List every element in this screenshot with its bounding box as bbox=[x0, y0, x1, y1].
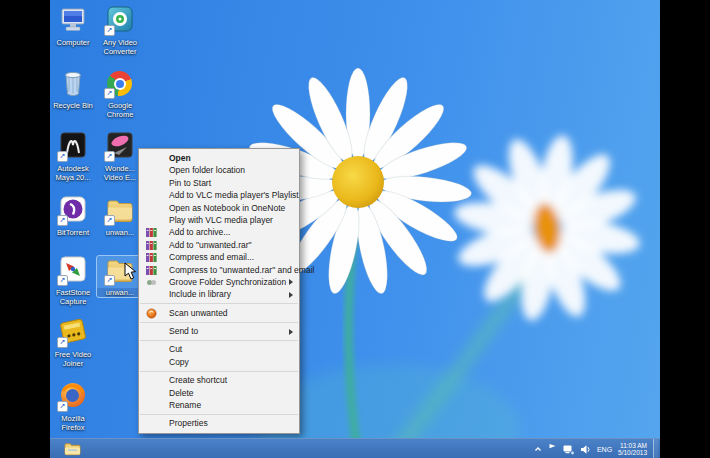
clock[interactable]: 11:03 AM 5/10/2013 bbox=[618, 442, 647, 457]
volume-icon[interactable] bbox=[580, 444, 591, 455]
menu-item-open-folder-location[interactable]: Open folder location bbox=[139, 164, 299, 176]
menu-item-scan-unwanted[interactable]: Scan unwanted bbox=[139, 307, 299, 319]
system-tray: ENG 11:03 AM 5/10/2013 bbox=[534, 439, 660, 458]
menu-separator bbox=[140, 303, 298, 304]
file-explorer-icon bbox=[64, 442, 81, 456]
desktop-icon-free-video-joiner[interactable]: Free Video Joiner bbox=[50, 318, 96, 368]
shortcut-arrow-icon bbox=[57, 401, 68, 412]
tray-expand-icon[interactable] bbox=[534, 445, 542, 453]
recycle-bin-icon bbox=[57, 69, 89, 99]
menu-item-delete[interactable]: Delete bbox=[139, 387, 299, 399]
menu-item-open-as-notebook-onenote[interactable]: Open as Notebook in OneNote bbox=[139, 202, 299, 214]
menu-item-add-to-archive[interactable]: Add to archive... bbox=[139, 226, 299, 238]
menu-separator bbox=[140, 340, 298, 341]
desktop-icon-bittorrent[interactable]: BitTorrent bbox=[50, 196, 96, 237]
show-desktop-button[interactable] bbox=[653, 439, 658, 458]
menu-item-cut[interactable]: Cut bbox=[139, 343, 299, 355]
winrar-icon bbox=[146, 252, 157, 263]
menu-item-properties[interactable]: Properties bbox=[139, 417, 299, 429]
menu-item-rename[interactable]: Rename bbox=[139, 399, 299, 411]
shortcut-arrow-icon bbox=[104, 215, 115, 226]
network-icon[interactable] bbox=[563, 444, 574, 455]
menu-item-pin-to-start[interactable]: Pin to Start bbox=[139, 177, 299, 189]
shortcut-arrow-icon bbox=[57, 337, 68, 348]
winrar-icon bbox=[146, 265, 157, 276]
taskbar: ENG 11:03 AM 5/10/2013 bbox=[50, 438, 660, 458]
menu-item-play-with-vlc[interactable]: Play with VLC media player bbox=[139, 214, 299, 226]
shortcut-arrow-icon bbox=[57, 151, 68, 162]
shortcut-arrow-icon bbox=[104, 88, 115, 99]
menu-item-send-to[interactable]: Send to bbox=[139, 325, 299, 337]
menu-item-create-shortcut[interactable]: Create shortcut bbox=[139, 374, 299, 386]
desktop-icon-mozilla-firefox[interactable]: Mozilla Firefox bbox=[50, 382, 96, 432]
menu-item-open[interactable]: Open bbox=[139, 152, 299, 164]
context-menu: Open Open folder location Pin to Start A… bbox=[138, 148, 300, 434]
menu-item-include-in-library[interactable]: Include in library bbox=[139, 288, 299, 300]
menu-item-groove-folder-synchronization[interactable]: Groove Folder Synchronization bbox=[139, 276, 299, 288]
winrar-icon bbox=[146, 240, 157, 251]
clock-time: 11:03 AM bbox=[618, 442, 647, 450]
desktop-icon-recycle-bin[interactable]: Recycle Bin bbox=[50, 69, 96, 110]
shortcut-arrow-icon bbox=[57, 215, 68, 226]
menu-item-compress-to-unwanted-rar-and-email[interactable]: Compress to "unwanted.rar" and email bbox=[139, 264, 299, 276]
submenu-arrow-icon bbox=[289, 329, 293, 335]
antivirus-scan-icon bbox=[146, 308, 157, 319]
submenu-arrow-icon bbox=[289, 292, 293, 298]
shortcut-arrow-icon bbox=[104, 25, 115, 36]
shortcut-arrow-icon bbox=[104, 275, 115, 286]
submenu-arrow-icon bbox=[289, 279, 293, 285]
menu-separator bbox=[140, 371, 298, 372]
desktop-icon-autodesk-maya[interactable]: Autodesk Maya 20... bbox=[50, 132, 96, 182]
desktop-icon-google-chrome[interactable]: Google Chrome bbox=[97, 69, 143, 119]
menu-separator bbox=[140, 414, 298, 415]
menu-item-add-to-vlc-playlist[interactable]: Add to VLC media player's Playlist bbox=[139, 189, 299, 201]
taskbar-explorer-button[interactable] bbox=[60, 440, 84, 458]
language-indicator[interactable]: ENG bbox=[597, 446, 612, 453]
computer-icon bbox=[57, 6, 89, 36]
winrar-icon bbox=[146, 227, 157, 238]
shortcut-arrow-icon bbox=[57, 275, 68, 286]
clock-date: 5/10/2013 bbox=[618, 449, 647, 457]
desktop-icon-faststone-capture[interactable]: FastStone Capture bbox=[50, 256, 96, 306]
desktop-icon-computer[interactable]: Computer bbox=[50, 6, 96, 47]
desktop-icon-any-video-converter[interactable]: Any Video Converter bbox=[97, 6, 143, 56]
menu-item-compress-and-email[interactable]: Compress and email... bbox=[139, 251, 299, 263]
shortcut-arrow-icon bbox=[104, 151, 115, 162]
screen: Computer Recycle Bin Autodesk Maya 20...… bbox=[0, 0, 710, 458]
menu-item-add-to-unwanted-rar[interactable]: Add to "unwanted.rar" bbox=[139, 239, 299, 251]
action-center-flag-icon[interactable] bbox=[548, 443, 557, 455]
desktop-icon-unwanted-folder[interactable]: unwan... bbox=[97, 196, 143, 237]
menu-separator bbox=[140, 322, 298, 323]
mouse-cursor bbox=[124, 262, 138, 280]
desktop-icon-wondershare-video-editor[interactable]: Wonde... Video E... bbox=[97, 132, 143, 182]
groove-icon bbox=[146, 277, 157, 288]
menu-item-copy[interactable]: Copy bbox=[139, 356, 299, 368]
